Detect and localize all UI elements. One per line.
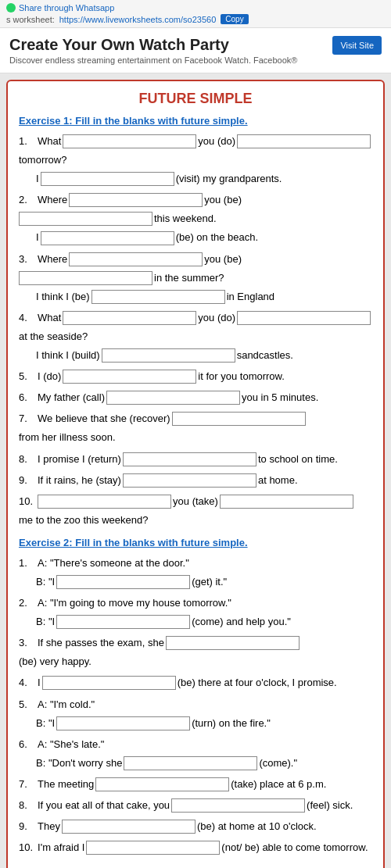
ex1-4-blank1[interactable]	[63, 311, 196, 325]
ex2-7-blank1[interactable]	[95, 777, 229, 791]
watch-party-banner-top: Create Your Own Watch Party Discover end…	[0, 28, 391, 73]
ex2-6-blank1[interactable]	[124, 756, 257, 770]
ex1-10-blank1[interactable]	[38, 495, 171, 509]
ex1-6-blank1[interactable]	[106, 391, 240, 405]
ex1-item-10: 10. you (take) me to the zoo this weeken…	[19, 493, 372, 529]
ex2-5-blank1[interactable]	[56, 716, 190, 730]
ex2-item-10: 10. I'm afraid I (not/ be) able to come …	[19, 839, 372, 856]
ex2-item-6: 6. A: "She's late." B: "Don't worry she …	[19, 736, 372, 772]
ex1-2-blank2[interactable]	[19, 212, 152, 226]
top-bar: Share through Whatsapp s worksheet: http…	[0, 0, 391, 28]
ex2-item-2: 2. A: "I'm going to move my house tomorr…	[19, 595, 372, 630]
watch-party-title: Create Your Own Watch Party	[9, 36, 297, 54]
ex1-9-blank1[interactable]	[123, 473, 256, 488]
ex1-item-6: 6. My father (call) you in 5 minutes.	[19, 389, 372, 406]
ex2-item-9: 9. They (be) at home at 10 o'clock.	[19, 818, 372, 835]
ex1-2-indent: I (be) on the beach.	[36, 229, 372, 246]
ex1-item-8: 8. I promise I (return) to school on tim…	[19, 451, 372, 468]
share-link[interactable]: Share through Whatsapp	[6, 3, 385, 13]
ex1-item-9: 9. If it rains, he (stay) at home.	[19, 472, 372, 489]
ex2-8-blank1[interactable]	[171, 798, 305, 813]
ex1-3-indent: I think I (be) in England	[36, 288, 372, 305]
ex1-5-blank1[interactable]	[63, 370, 196, 384]
ex2-4-blank1[interactable]	[42, 676, 176, 690]
visit-site-button[interactable]: Visit Site	[332, 36, 382, 55]
ex1-3-blank1[interactable]	[69, 252, 203, 266]
ex1-item-2: 2. Where you (be) this weekend. I (be) o…	[19, 191, 372, 246]
ex1-4-indent: I think I (build) sandcastles.	[36, 347, 372, 364]
ex1-1-blank3[interactable]	[41, 172, 174, 186]
whatsapp-icon	[6, 3, 16, 13]
ex1-item-7: 7. We believe that she (recover) from he…	[19, 410, 372, 446]
ex1-item-3: 3. Where you (be) in the summer? I think…	[19, 251, 372, 305]
ex2-10-blank1[interactable]	[86, 841, 220, 855]
ex2-5-indent: B: "I (turn) on the fire."	[36, 715, 372, 732]
ex1-7-blank1[interactable]	[172, 412, 306, 426]
ex1-item-4: 4. What you (do) at the seaside? I think…	[19, 309, 372, 364]
ex1-1-blank1[interactable]	[63, 134, 196, 148]
ex2-3-blank1[interactable]	[166, 636, 300, 650]
ex1-1-indent: I (visit) my grandparents.	[36, 170, 372, 188]
ex1-8-blank1[interactable]	[123, 452, 256, 466]
watch-party-text: Create Your Own Watch Party Discover end…	[9, 36, 297, 65]
worksheet-title: FUTURE SIMPLE	[19, 91, 372, 107]
copy-button[interactable]: Copy	[221, 14, 248, 24]
ex1-2-blank3[interactable]	[41, 231, 174, 245]
ex2-item-7: 7. The meeting (take) place at 6 p.m.	[19, 776, 372, 793]
exercise2-list: 1. A: "There's someone at the door." B: …	[19, 555, 372, 856]
ex1-4-blank2[interactable]	[237, 311, 371, 325]
ex2-9-blank1[interactable]	[62, 820, 196, 834]
ex1-10-blank2[interactable]	[220, 495, 353, 509]
worksheet-url: https://www.liveworksheets.com/so23560	[59, 15, 217, 24]
ex2-item-3: 3. If she passes the exam, she (be) very…	[19, 634, 372, 670]
ex1-item-1: 1. What you (do) tomorrow? I (visit) my …	[19, 133, 372, 188]
ex2-item-1: 1. A: "There's someone at the door." B: …	[19, 555, 372, 591]
worksheet-container: FUTURE SIMPLE Exercise 1: Fill in the bl…	[6, 80, 385, 868]
ex2-2-indent: B: "I (come) and help you."	[36, 613, 372, 630]
ex2-1-blank1[interactable]	[56, 575, 190, 589]
ex1-2-blank1[interactable]	[69, 193, 203, 207]
ex1-3-blank2[interactable]	[19, 271, 152, 285]
ex2-6-indent: B: "Don't worry she (come)."	[36, 755, 372, 772]
ex2-2-blank1[interactable]	[56, 615, 190, 629]
ex2-item-8: 8. If you eat all of that cake, you (fee…	[19, 797, 372, 814]
exercise1-title: Exercise 1: Fill in the blanks with futu…	[19, 115, 372, 127]
exercise2-title: Exercise 2: Fill in the blanks with futu…	[19, 537, 372, 548]
ex2-item-5: 5. A: "I'm cold." B: "I (turn) on the fi…	[19, 696, 372, 732]
ex1-4-blank3[interactable]	[102, 348, 235, 363]
ex2-1-indent: B: "I (get) it."	[36, 573, 372, 591]
ex1-item-5: 5. I (do) it for you tomorrow.	[19, 368, 372, 385]
watch-party-subtitle: Discover endless streaming entertainment…	[9, 55, 297, 65]
worksheet-label: s worksheet:	[6, 15, 55, 24]
ex2-item-4: 4. I (be) there at four o'clock, I promi…	[19, 674, 372, 691]
share-label: Share through Whatsapp	[19, 3, 114, 13]
ex1-1-blank2[interactable]	[237, 134, 371, 148]
ex1-3-blank3[interactable]	[91, 290, 225, 304]
url-row: s worksheet: https://www.liveworksheets.…	[6, 14, 385, 24]
exercise1-list: 1. What you (do) tomorrow? I (visit) my …	[19, 133, 372, 529]
